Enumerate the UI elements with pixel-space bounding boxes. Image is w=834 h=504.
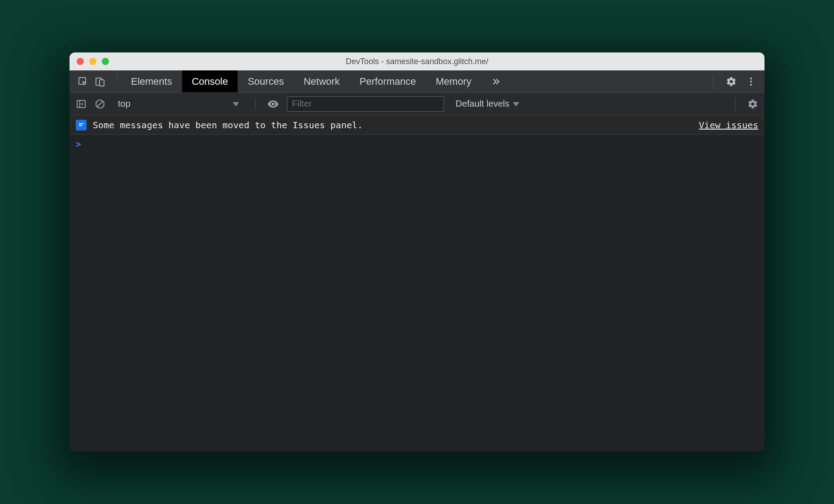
separator [117,70,117,83]
toggle-console-sidebar-icon[interactable] [76,99,87,109]
panel-tabs-row: Elements Console Sources Network Perform… [70,70,764,93]
separator [255,98,256,110]
console-output[interactable]: > [70,135,764,452]
tabs-right-tools [701,70,764,92]
devtools-window: DevTools - samesite-sandbox.glitch.me/ E… [70,52,764,452]
more-menu-button[interactable] [746,76,756,87]
settings-button[interactable] [726,76,737,87]
panel-tabs: Elements Console Sources Network Perform… [121,70,701,92]
svg-line-9 [97,101,103,107]
console-settings-icon[interactable] [747,99,758,109]
tab-network[interactable]: Network [294,70,350,92]
separator [735,98,736,110]
tabs-left-tools [70,70,113,92]
filter-input[interactable] [287,96,444,112]
infobar-message: Some messages have been moved to the Iss… [93,120,693,130]
separator [713,75,713,88]
console-prompt: > [76,139,81,149]
svg-rect-2 [100,80,104,86]
console-toolbar: top Default levels [70,93,764,115]
issues-icon [76,120,87,130]
log-levels-selector[interactable]: Default levels [452,99,523,109]
device-toolbar-icon[interactable] [95,76,105,87]
tab-memory[interactable]: Memory [426,70,481,92]
tabs-overflow-button[interactable] [481,70,511,92]
issues-infobar: Some messages have been moved to the Iss… [70,115,764,135]
svg-rect-11 [79,125,82,126]
live-expression-icon[interactable] [267,98,279,110]
window-titlebar: DevTools - samesite-sandbox.glitch.me/ [70,52,764,70]
svg-point-4 [750,81,752,83]
dropdown-triangle-icon [233,101,239,107]
tab-elements[interactable]: Elements [121,70,182,92]
svg-rect-6 [77,100,85,108]
clear-console-icon[interactable] [95,99,105,109]
chevron-double-right-icon [491,77,501,87]
tab-performance[interactable]: Performance [350,70,426,92]
dropdown-triangle-icon [513,101,519,107]
context-label: top [118,99,130,109]
svg-point-3 [750,78,752,79]
view-issues-link[interactable]: View issues [699,120,758,130]
inspect-element-icon[interactable] [78,76,88,87]
tab-console[interactable]: Console [182,70,238,92]
context-selector[interactable]: top [113,99,243,109]
levels-label: Default levels [456,99,509,109]
window-title: DevTools - samesite-sandbox.glitch.me/ [70,57,764,66]
tab-sources[interactable]: Sources [238,70,294,92]
svg-rect-10 [79,123,83,124]
svg-point-5 [750,84,752,86]
